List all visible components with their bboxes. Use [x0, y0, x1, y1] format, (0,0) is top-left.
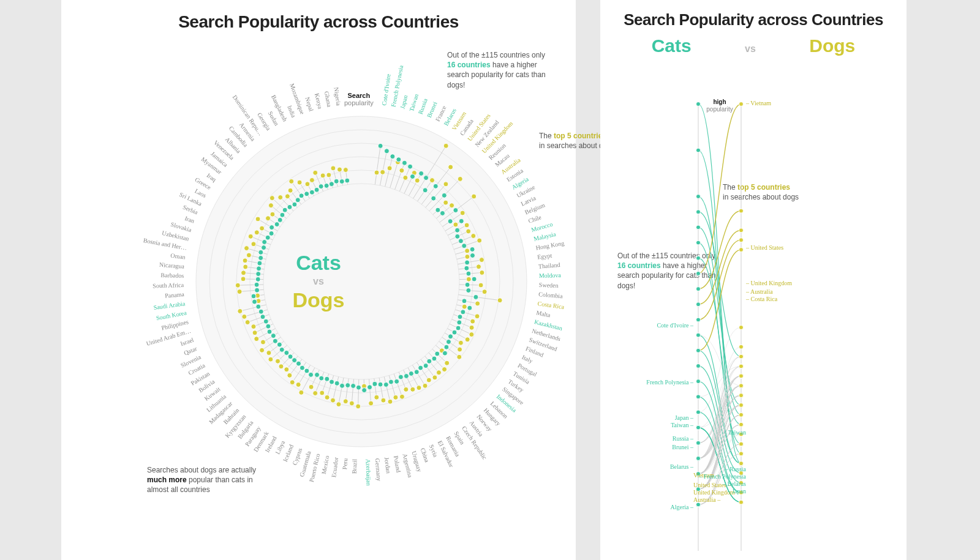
country-label: Israel [179, 336, 195, 347]
svg-point-242 [254, 337, 259, 342]
country-label: Azerbaijan [365, 459, 372, 486]
svg-point-56 [460, 211, 465, 215]
svg-point-120 [452, 330, 457, 335]
svg-point-390 [739, 238, 744, 242]
svg-point-107 [475, 314, 480, 319]
svg-point-161 [399, 394, 404, 399]
svg-point-155 [410, 387, 415, 392]
svg-point-376 [739, 102, 744, 106]
svg-point-50 [450, 203, 454, 208]
svg-point-57 [448, 219, 453, 224]
svg-point-60 [459, 218, 464, 223]
svg-point-218 [287, 373, 292, 378]
svg-point-584 [739, 452, 744, 456]
svg-point-201 [325, 376, 330, 381]
svg-point-237 [273, 338, 277, 343]
svg-point-167 [388, 399, 393, 404]
svg-point-311 [268, 203, 273, 208]
svg-point-324 [295, 198, 300, 203]
svg-point-59 [453, 222, 458, 227]
svg-point-149 [423, 383, 428, 388]
svg-point-171 [378, 382, 383, 387]
svg-point-62 [464, 223, 469, 228]
slope-header: Cats vs Dogs [625, 35, 882, 56]
country-label: Nigeria [333, 87, 342, 106]
svg-point-188 [343, 399, 348, 404]
country-label: Saudi Arabia [153, 300, 186, 311]
svg-point-317 [278, 195, 283, 200]
svg-point-363 [696, 195, 701, 199]
svg-point-159 [398, 375, 403, 379]
svg-point-284 [246, 253, 251, 258]
svg-point-246 [266, 324, 271, 329]
country-label: Brazil [351, 458, 358, 474]
svg-point-32 [443, 143, 448, 148]
svg-point-117 [456, 326, 461, 330]
svg-point-128 [457, 354, 462, 359]
svg-point-68 [471, 233, 476, 238]
svg-point-210 [309, 372, 314, 377]
svg-point-248 [251, 324, 256, 329]
slope-left-label: Algeria – [671, 504, 694, 510]
svg-point-39 [433, 184, 438, 189]
svg-point-580 [739, 403, 744, 407]
svg-point-251 [245, 320, 250, 325]
svg-point-69 [458, 239, 463, 244]
svg-point-330 [304, 192, 309, 196]
svg-point-207 [315, 372, 320, 377]
svg-point-278 [243, 264, 248, 269]
country-label: Ghana [323, 91, 333, 108]
svg-point-367 [696, 225, 701, 230]
svg-point-23 [403, 175, 408, 180]
svg-point-572 [739, 374, 744, 378]
svg-point-231 [279, 347, 284, 352]
svg-point-15 [390, 154, 395, 159]
country-label: Mexico [320, 455, 330, 475]
slope-left-label: Belarus – [670, 463, 694, 470]
svg-point-21 [402, 160, 407, 165]
country-label: Italy [521, 354, 533, 365]
country-label: Oman [170, 252, 186, 261]
svg-point-353 [343, 168, 348, 173]
svg-point-312 [280, 212, 285, 217]
svg-point-350 [337, 167, 342, 172]
svg-point-164 [393, 395, 398, 400]
svg-point-243 [267, 329, 272, 334]
svg-point-113 [469, 325, 474, 330]
svg-point-393 [696, 333, 701, 337]
svg-point-348 [334, 179, 339, 184]
svg-point-90 [472, 277, 477, 282]
svg-point-212 [296, 382, 301, 387]
svg-point-216 [300, 365, 304, 370]
svg-point-282 [257, 261, 262, 266]
svg-point-101 [475, 301, 480, 306]
svg-point-215 [290, 380, 295, 385]
svg-point-329 [297, 180, 302, 185]
radial-chart-card: Search Popularity across Countries Searc… [61, 0, 576, 560]
svg-point-273 [255, 277, 260, 282]
svg-point-333 [309, 190, 314, 195]
svg-point-189 [345, 383, 350, 388]
slope-left-label: Japan – [675, 414, 694, 421]
country-label: Kenya [314, 92, 324, 110]
svg-point-66 [455, 234, 460, 239]
svg-point-589 [696, 502, 701, 507]
svg-point-144 [423, 364, 428, 368]
svg-point-306 [274, 222, 279, 227]
svg-point-405 [696, 364, 701, 368]
svg-point-359 [696, 102, 701, 106]
country-label: Hong Kong [535, 239, 565, 251]
svg-point-264 [251, 294, 256, 299]
svg-point-93 [465, 282, 470, 287]
svg-point-258 [256, 304, 261, 309]
svg-point-380 [739, 209, 744, 213]
svg-point-279 [257, 266, 262, 271]
svg-point-323 [288, 188, 293, 193]
svg-point-198 [330, 379, 334, 384]
svg-point-276 [256, 272, 261, 277]
svg-point-439 [696, 441, 701, 445]
country-label: Sweden [539, 282, 559, 289]
svg-point-249 [263, 319, 268, 324]
svg-point-162 [394, 379, 399, 384]
svg-point-44 [458, 176, 462, 181]
